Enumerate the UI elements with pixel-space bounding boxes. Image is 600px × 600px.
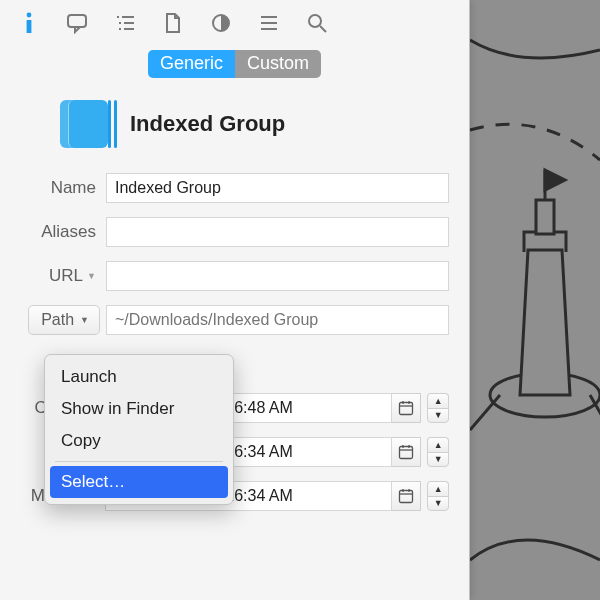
info-icon[interactable] xyxy=(18,12,40,34)
segment-generic[interactable]: Generic xyxy=(148,50,235,78)
stepper-down-icon: ▼ xyxy=(427,496,449,512)
row-name: Name xyxy=(20,166,449,210)
stepper-up-icon: ▲ xyxy=(427,481,449,496)
svg-line-17 xyxy=(320,26,326,32)
svg-rect-22 xyxy=(399,447,412,459)
menu-item-select[interactable]: Select… xyxy=(50,466,228,498)
svg-rect-4 xyxy=(27,20,32,33)
path-context-menu: Launch Show in Finder Copy Select… xyxy=(44,354,234,505)
appearance-icon[interactable] xyxy=(210,12,232,34)
document-icon[interactable] xyxy=(162,12,184,34)
svg-rect-2 xyxy=(536,200,554,234)
added-stepper[interactable]: ▲▼ xyxy=(427,437,449,467)
menu-item-launch[interactable]: Launch xyxy=(45,361,233,393)
stepper-down-icon: ▼ xyxy=(427,452,449,468)
svg-rect-5 xyxy=(68,15,86,27)
paragraph-icon[interactable] xyxy=(258,12,280,34)
modified-stepper[interactable]: ▲▼ xyxy=(427,481,449,511)
date-picker-button[interactable] xyxy=(392,481,422,511)
svg-rect-18 xyxy=(399,403,412,415)
info-mode-segmented: Generic Custom xyxy=(0,50,469,78)
url-input[interactable] xyxy=(106,261,449,291)
search-icon[interactable] xyxy=(306,12,328,34)
row-aliases: Aliases xyxy=(20,210,449,254)
svg-rect-26 xyxy=(399,491,412,503)
indexed-group-icon xyxy=(60,100,114,148)
stepper-up-icon: ▲ xyxy=(427,437,449,452)
label-url[interactable]: URL▼ xyxy=(20,266,106,286)
stepper-up-icon: ▲ xyxy=(427,393,449,408)
menu-item-show-in-finder[interactable]: Show in Finder xyxy=(45,393,233,425)
label-aliases: Aliases xyxy=(20,222,106,242)
comment-icon[interactable] xyxy=(66,12,88,34)
menu-separator xyxy=(55,461,223,462)
svg-point-3 xyxy=(27,13,32,18)
path-dropdown-button[interactable]: Path▼ xyxy=(28,305,100,335)
date-picker-button[interactable] xyxy=(392,393,422,423)
inspector-toolbar xyxy=(0,0,469,46)
item-header: Indexed Group xyxy=(0,78,469,162)
label-name: Name xyxy=(20,178,106,198)
svg-point-16 xyxy=(309,15,321,27)
item-title: Indexed Group xyxy=(130,111,285,137)
chevron-down-icon: ▼ xyxy=(87,271,96,281)
menu-item-copy[interactable]: Copy xyxy=(45,425,233,457)
name-input[interactable] xyxy=(106,173,449,203)
stepper-down-icon: ▼ xyxy=(427,408,449,424)
outline-icon[interactable] xyxy=(114,12,136,34)
inspector-panel: Generic Custom Indexed Group Name Aliase… xyxy=(0,0,470,600)
chevron-down-icon: ▼ xyxy=(80,315,89,325)
created-stepper[interactable]: ▲▼ xyxy=(427,393,449,423)
aliases-input[interactable] xyxy=(106,217,449,247)
date-picker-button[interactable] xyxy=(392,437,422,467)
path-input[interactable] xyxy=(106,305,449,335)
row-url: URL▼ xyxy=(20,254,449,298)
segment-custom[interactable]: Custom xyxy=(235,50,321,78)
row-path: Path▼ xyxy=(20,298,449,342)
